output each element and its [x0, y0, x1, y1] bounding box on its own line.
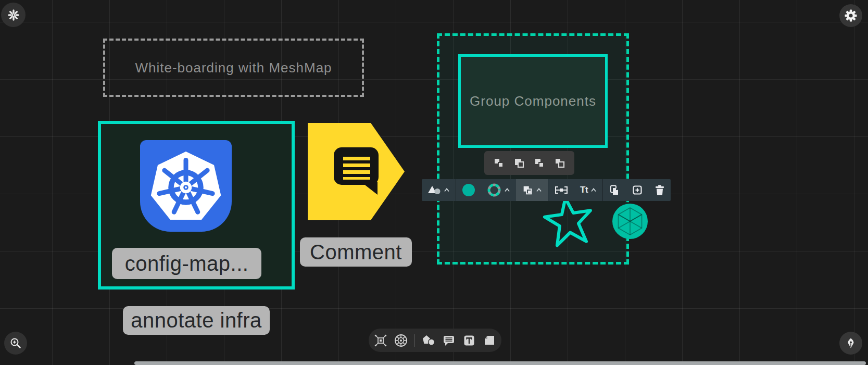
send-backward-button[interactable]	[511, 155, 527, 171]
annotation-text: annotate infra	[131, 309, 262, 332]
bring-forward-button[interactable]	[532, 155, 547, 171]
merge-node-tool-button[interactable]	[374, 334, 387, 347]
color-dot-icon	[462, 183, 475, 197]
kubernetes-component-box[interactable]: config-map...	[98, 121, 295, 290]
speech-bubble-icon	[442, 334, 456, 347]
whiteboard-note-box[interactable]: White-boarding with MeshMap	[103, 39, 364, 97]
duplicate-button[interactable]	[626, 179, 649, 201]
shapes-tool-button[interactable]	[422, 334, 435, 347]
bring-to-front-button[interactable]	[552, 155, 568, 171]
text-style-button[interactable]: Tt	[574, 179, 602, 201]
star-shape[interactable]	[536, 193, 601, 250]
dock-separator	[414, 334, 415, 347]
kubernetes-tool-button[interactable]	[394, 334, 408, 347]
shapes-filled-icon	[422, 334, 435, 347]
component-name-tag[interactable]: config-map...	[112, 248, 261, 279]
copy-icon	[609, 184, 620, 196]
comment-label-text: Comment	[310, 241, 402, 264]
component-name-text: config-map...	[125, 252, 249, 275]
whiteboard-canvas[interactable]: White-boarding with MeshMap	[0, 0, 868, 365]
fill-color-button[interactable]	[456, 179, 481, 201]
gear-icon	[844, 9, 858, 22]
tool-dock	[369, 329, 501, 352]
comment-label-tag[interactable]: Comment	[300, 237, 412, 267]
copy-button[interactable]	[603, 179, 626, 201]
bring-forward-icon	[533, 157, 546, 169]
zorder-toolbar	[484, 151, 574, 175]
annotation-tag[interactable]: annotate infra	[123, 306, 270, 335]
shapes-icon	[427, 185, 441, 195]
settings-button[interactable]	[839, 4, 862, 27]
send-to-back-button[interactable]	[491, 155, 507, 171]
width-resize-icon	[554, 185, 569, 195]
group-components-label: Group Components	[470, 93, 596, 109]
context-toolbar: Tt	[422, 179, 671, 201]
kubernetes-wheel-icon	[147, 147, 225, 225]
chevron-up-icon	[536, 188, 542, 192]
text-style-label: Tt	[580, 185, 588, 195]
duplicate-plus-icon	[632, 184, 643, 196]
resize-width-button[interactable]	[548, 179, 574, 201]
comment-tool-button[interactable]	[442, 334, 456, 347]
chevron-up-icon	[504, 188, 510, 192]
comment-shape[interactable]	[308, 123, 405, 220]
text-tool-button[interactable]	[462, 334, 476, 347]
text-square-icon	[462, 334, 476, 347]
send-backward-icon	[513, 157, 525, 169]
meshery-pattern-circle[interactable]	[612, 204, 648, 239]
chevron-up-icon	[444, 188, 450, 192]
horizontal-scrollbar[interactable]	[134, 361, 866, 365]
trash-icon	[655, 184, 665, 196]
chevron-up-icon	[590, 188, 597, 192]
pen-button[interactable]	[839, 332, 862, 355]
kubernetes-wheel-icon	[394, 334, 408, 347]
shape-picker-button[interactable]	[422, 179, 456, 201]
layers-icon	[522, 184, 533, 196]
border-style-button[interactable]	[481, 179, 516, 201]
speech-bubble-icon	[330, 144, 384, 196]
whiteboard-note-label: White-boarding with MeshMap	[135, 60, 332, 76]
pen-nib-icon	[845, 337, 857, 349]
magnifier-plus-icon	[9, 337, 22, 349]
bring-to-front-icon	[553, 157, 566, 169]
meshery-logo-icon	[7, 8, 20, 22]
delete-button[interactable]	[649, 179, 671, 201]
circuit-node-icon	[374, 334, 387, 347]
zoom-in-button[interactable]	[4, 332, 27, 355]
sticky-note-tool-button[interactable]	[483, 334, 496, 347]
group-components-box[interactable]: Group Components	[458, 54, 608, 148]
sticky-note-icon	[483, 334, 496, 347]
kubernetes-shape[interactable]	[140, 140, 232, 232]
arrange-button[interactable]	[516, 179, 548, 201]
dashed-circle-icon	[487, 183, 501, 197]
meshery-menu-button[interactable]	[1, 3, 26, 27]
send-to-back-icon	[493, 157, 505, 169]
